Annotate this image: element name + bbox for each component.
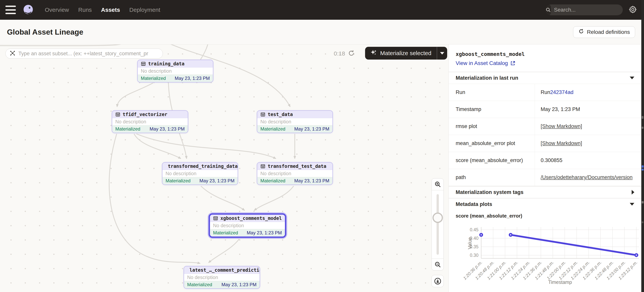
asset-node-status: Materialized (141, 76, 166, 81)
asset-node-name: xgboost_comments_model (220, 216, 282, 221)
asset-node-timestamp: May 23, 1:23 PM (247, 230, 282, 235)
materialization-metadata-table: RunRun 242374adTimestampMay 23, 1:23 PMr… (449, 84, 641, 186)
zoom-in-button[interactable] (432, 178, 444, 190)
reload-definitions-label: Reload definitions (587, 29, 630, 35)
asset-graph-icon (10, 50, 16, 57)
gear-icon[interactable] (628, 5, 637, 15)
row-value: [Show Markdown] (535, 135, 641, 152)
nav-tab-deployment[interactable]: Deployment (129, 7, 160, 13)
nav-tabs: Overview Runs Assets Deployment (45, 7, 160, 13)
asset-node-status: Materialized (166, 178, 190, 183)
page-title: Global Asset Lineage (7, 28, 83, 36)
asset-node[interactable]: transformed_training_data No description… (162, 162, 238, 185)
zoom-controls (432, 178, 444, 270)
asset-node-status: Materialized (213, 230, 238, 235)
asset-node[interactable]: test_data No description Materialized Ma… (257, 110, 333, 133)
table-row: score (mean_absolute_error)0.300855 (449, 152, 641, 169)
row-label: path (449, 169, 535, 186)
nav-tab-assets[interactable]: Assets (101, 7, 120, 13)
asset-node-status: Materialized (260, 178, 285, 183)
search-input[interactable] (551, 7, 623, 13)
nav-tab-runs[interactable]: Runs (78, 7, 92, 13)
materialize-selected-label: Materialize selected (380, 50, 431, 57)
asset-node-description: No description (187, 274, 218, 280)
asset-node-name: training_data (148, 61, 184, 67)
chevron-right-icon (632, 190, 634, 194)
metadata-plot-title: score (mean_absolute_error) (449, 210, 641, 222)
global-search[interactable]: / (546, 5, 623, 15)
svg-text:Timestamp: Timestamp (548, 279, 572, 285)
asset-node-name: test_data (268, 112, 293, 117)
run-id-link[interactable]: 242374ad (550, 89, 574, 95)
asset-node-description: No description (260, 119, 291, 125)
page-header: Global Asset Lineage Reload definitions (0, 20, 644, 45)
svg-text:0.45: 0.45 (470, 227, 478, 232)
table-row: path/Users/odetteharary/Documents/versio… (449, 169, 641, 186)
path-link[interactable]: /Users/odetteharary/Documents/version (541, 174, 632, 180)
chevron-down-icon (440, 52, 444, 55)
table-row: TimestampMay 23, 1:23 PM (449, 101, 641, 118)
asset-node-timestamp: May 23, 1:23 PM (222, 282, 256, 287)
view-in-asset-catalog-link[interactable]: View in Asset Catalog (456, 60, 634, 66)
asset-node-status: Materialized (260, 126, 285, 132)
asset-node-name: tfidf_vectorizer (123, 112, 167, 117)
catalog-link-label: View in Asset Catalog (456, 60, 508, 66)
external-link-icon (510, 61, 516, 66)
zoom-slider-handle[interactable] (432, 212, 443, 223)
row-label: score (mean_absolute_error) (449, 152, 535, 169)
table-row: rmse plot[Show Markdown] (449, 118, 641, 135)
asset-subset-filter[interactable] (6, 49, 163, 59)
table-icon (260, 164, 266, 169)
show-markdown-link[interactable]: [Show Markdown] (541, 123, 582, 129)
download-graph-button[interactable] (432, 275, 444, 287)
hamburger-menu-icon[interactable] (6, 6, 16, 14)
section-metadata-plots[interactable]: Metadata plots (449, 198, 641, 210)
section-label: Materialization in last run (456, 75, 518, 81)
row-label: mean_absolute_error plot (449, 135, 535, 152)
zoom-out-button[interactable] (432, 259, 444, 270)
zoom-slider-track (436, 194, 439, 255)
asset-node-timestamp: May 23, 1:23 PM (150, 126, 185, 132)
asset-node[interactable]: training_data No description Materialize… (137, 60, 214, 83)
asset-node-description: No description (260, 171, 291, 176)
graph-refresh-icon[interactable] (348, 50, 355, 58)
asset-node-description: No description (213, 223, 244, 228)
materialize-options-dropdown[interactable] (437, 47, 447, 60)
reload-definitions-button[interactable]: Reload definitions (573, 26, 635, 38)
row-label: Run (449, 84, 535, 101)
top-nav: Overview Runs Assets Deployment / (0, 0, 644, 20)
table-icon (141, 61, 146, 66)
asset-details-panel: xgboost_comments_model View in Asset Cat… (448, 45, 641, 292)
asset-node[interactable]: latest_…_comment_predictions No descript… (184, 266, 260, 289)
asset-lineage-graph[interactable]: training_data No description Materialize… (0, 45, 448, 292)
section-materialization-in-last-run[interactable]: Materialization in last run (449, 72, 641, 84)
asset-node[interactable]: xgboost_comments_model No description Ma… (208, 213, 286, 238)
asset-node-name: latest_…_comment_predictions (190, 267, 260, 273)
row-value: /Users/odetteharary/Documents/version (535, 169, 641, 186)
table-row: RunRun 242374ad (449, 84, 641, 101)
table-icon (213, 216, 218, 221)
asset-subset-input[interactable] (18, 51, 159, 57)
table-icon (115, 112, 120, 117)
materialize-selected-button[interactable]: Materialize selected (365, 47, 437, 60)
asset-node-description: No description (141, 68, 172, 74)
table-row: mean_absolute_error plot[Show Markdown] (449, 135, 641, 152)
dagster-logo[interactable] (22, 4, 34, 16)
asset-node-name: transformed_test_data (268, 164, 326, 169)
asset-node[interactable]: transformed_test_data No description Mat… (257, 162, 333, 185)
chevron-down-icon (630, 203, 634, 206)
section-materialization-system-tags[interactable]: Materialization system tags (449, 186, 641, 198)
materialize-selected-split-button: Materialize selected (365, 47, 447, 60)
zoom-slider[interactable] (432, 190, 444, 259)
svg-text:0.30: 0.30 (470, 253, 478, 258)
asset-node-timestamp: May 23, 1:23 PM (294, 178, 329, 183)
asset-node[interactable]: tfidf_vectorizer No description Material… (112, 110, 188, 133)
nav-tab-overview[interactable]: Overview (45, 7, 69, 13)
chevron-down-icon (630, 77, 634, 79)
row-label: rmse plot (449, 118, 535, 135)
show-markdown-link[interactable]: [Show Markdown] (541, 140, 582, 146)
refresh-icon (578, 29, 584, 36)
asset-node-timestamp: May 23, 1:23 PM (175, 76, 210, 81)
svg-text:Value: Value (467, 237, 472, 249)
row-value: 0.300855 (535, 152, 641, 169)
